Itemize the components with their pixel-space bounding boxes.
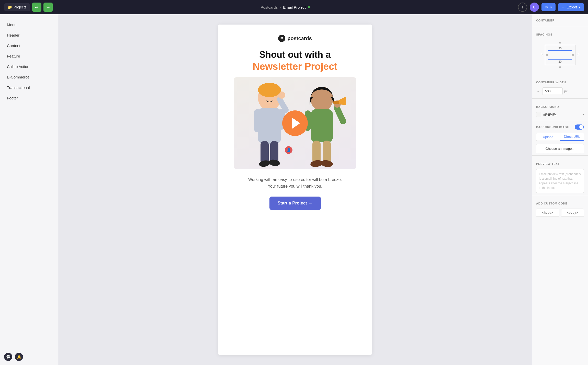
svg-rect-1 [258,108,281,144]
svg-rect-2 [254,109,261,132]
export-button[interactable]: → Export ▾ [558,3,584,11]
play-triangle-icon [292,118,300,129]
preview-text-area[interactable]: Email preview text (preheader) is a smal… [536,169,584,193]
export-dropdown-arrow: ▾ [579,5,580,9]
redo-icon: ↪ [46,5,50,10]
preview-dropdown-arrow: ▾ [550,5,552,9]
divider-1 [532,26,588,26]
breadcrumb: Postcards › Email Project [261,5,310,9]
svg-rect-12 [311,109,333,142]
spacing-left-outer: 0 [540,53,544,57]
background-image-toggle[interactable] [575,124,584,130]
sidebar-item-cta[interactable]: Call to Action [0,61,58,72]
bottom-icons: 💬 🔔 [4,353,23,361]
sidebar-item-transactional[interactable]: Transactional [0,82,58,93]
sidebar-label-ecommerce: E-Commerce [7,75,29,79]
email-hero: 👤 [234,77,356,169]
spacings-section: 0 0 20 0 0 20 0 0 [532,38,588,72]
head-code-button[interactable]: <head> [536,209,559,217]
color-dropdown-arrow[interactable]: ▾ [583,113,584,116]
container-title: CONTAINER [532,14,588,24]
undo-button[interactable]: ↩ [32,3,41,12]
redo-button[interactable]: ↪ [43,3,53,12]
divider-5 [532,155,588,156]
eye-icon: 👁 [545,5,549,9]
spacing-top-outer: 0 [536,41,584,44]
divider-2 [532,74,588,74]
container-width-row: ↔ px [532,86,588,96]
right-panel: CONTAINER SPACINGS 0 0 20 0 0 20 0 0 [532,14,588,365]
resize-icon: ↔ [536,89,540,93]
background-title: BACKGROUND [532,101,588,110]
status-dot [308,6,310,8]
svg-rect-20 [333,101,339,104]
direct-url-tab[interactable]: Direct URL [560,133,584,141]
email-card: ✉ postcards Shout out with a Newsletter … [218,25,372,355]
spacing-inner-right: 0 [572,53,574,56]
spacing-box-wrapper: 0 20 0 0 20 0 [536,45,584,65]
sidebar-label-feature: Feature [7,54,20,58]
direct-url-label: Direct URL [564,135,580,139]
choose-image-button[interactable]: Choose an Image... [536,144,584,153]
undo-icon: ↩ [35,5,38,10]
projects-button[interactable]: 📁 Projects [4,3,30,11]
upload-label: Upload [543,135,553,139]
sidebar-label-cta: Call to Action [7,64,29,69]
avatar[interactable]: U [530,3,539,12]
export-icon: → [562,5,565,9]
color-swatch[interactable] [536,112,541,117]
email-logo: ✉ postcards [278,35,312,42]
preview-text-placeholder: Email preview text (preheader) is a smal… [539,172,581,190]
email-headline-2: Newsletter Project [253,61,337,72]
head-label: <head> [542,211,553,214]
logo-icon: ✉ [278,35,285,42]
notify-button[interactable]: 🔔 [15,353,23,361]
divider-3 [532,98,588,99]
project-name: Email Project [283,5,306,9]
svg-point-9 [268,159,280,167]
breadcrumb-postcards[interactable]: Postcards [261,5,278,9]
add-custom-code-title: ADD CUSTOM CODE [532,197,588,207]
projects-label: Projects [14,5,27,9]
avatar-bubble: 👤 [285,146,292,154]
body-label: <body> [567,211,578,214]
sidebar-item-footer[interactable]: Footer [0,93,58,103]
sidebar: Menu Header Content Feature Call to Acti… [0,14,58,365]
svg-rect-13 [333,104,346,125]
upload-tab[interactable]: Upload [536,133,560,141]
cta-label: Start a Project → [278,201,313,206]
sidebar-item-ecommerce[interactable]: E-Commerce [0,72,58,82]
svg-point-19 [320,159,333,168]
main-canvas: ✉ postcards Shout out with a Newsletter … [58,14,532,365]
email-headline-1: Shout out with a [259,49,331,60]
add-button[interactable]: + [518,3,527,12]
svg-point-8 [258,160,270,168]
topbar: 📁 Projects ↩ ↪ Postcards › Email Project… [0,0,588,14]
choose-image-label: Choose an Image... [546,147,574,151]
sidebar-label-menu: Menu [7,22,17,27]
topbar-left: 📁 Projects ↩ ↪ [4,3,53,12]
chat-button[interactable]: 💬 [4,353,12,361]
topbar-right: + U 👁 ▾ → Export ▾ [518,3,584,12]
spacing-inner-box [548,50,572,60]
sidebar-item-feature[interactable]: Feature [0,51,58,61]
preview-text-title: PREVIEW TEXT [532,158,588,167]
color-value: #F4F4F4 [543,113,581,117]
spacing-inner-bottom: 20 [546,60,574,64]
cta-button[interactable]: Start a Project → [269,197,321,210]
sidebar-item-header[interactable]: Header [0,30,58,40]
background-image-row: BACKGROUND IMAGE [532,123,588,131]
sidebar-label-content: Content [7,43,20,48]
play-button[interactable] [282,110,308,136]
spacing-right-outer: 0 [576,53,581,57]
sidebar-item-content[interactable]: Content [0,40,58,51]
spacing-bottom-outer: 0 [536,66,584,69]
sidebar-label-transactional: Transactional [7,85,30,90]
preview-button[interactable]: 👁 ▾ [541,3,556,11]
body-code-button[interactable]: <body> [561,209,584,217]
upload-direct-row: Upload Direct URL [532,131,588,142]
container-width-input[interactable] [542,87,563,95]
background-color-row: #F4F4F4 ▾ [532,110,588,119]
spacing-outer-box: 20 0 0 20 [545,45,575,65]
sidebar-item-menu[interactable]: Menu [0,19,58,30]
